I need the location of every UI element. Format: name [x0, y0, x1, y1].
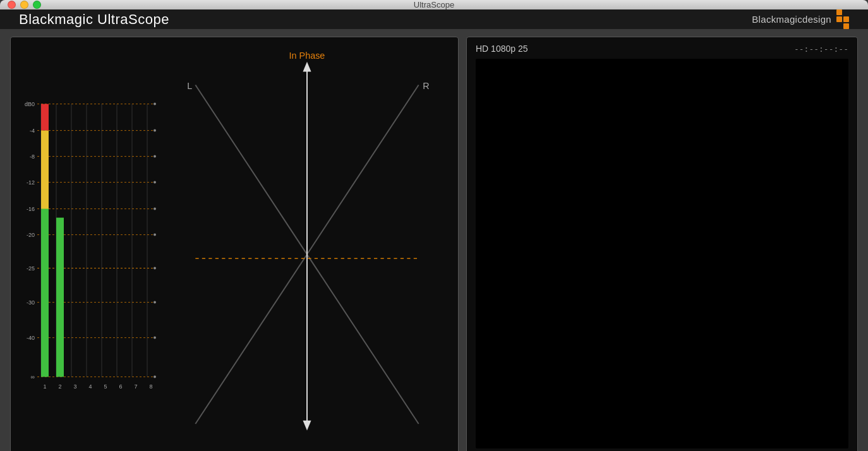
svg-text:6: 6 [119, 383, 122, 390]
main-content: dB0 -4 -8 -12 -16 -20 -25 -30 -40 ∞ [0, 29, 868, 451]
maximize-button[interactable] [33, 1, 41, 9]
app-title: Blackmagic UltraScope [19, 11, 169, 28]
scope-container: dB0 -4 -8 -12 -16 -20 -25 -30 -40 ∞ [10, 37, 459, 451]
svg-text:2: 2 [58, 383, 61, 390]
svg-rect-31 [56, 218, 64, 377]
svg-text:In Phase: In Phase [289, 51, 325, 61]
video-timecode: --:--:--:-- [794, 44, 848, 54]
close-button[interactable] [8, 1, 16, 9]
left-panel: dB0 -4 -8 -12 -16 -20 -25 -30 -40 ∞ [10, 37, 459, 451]
svg-text:L: L [187, 81, 192, 91]
svg-point-44 [154, 208, 156, 210]
bmd-logo-icon [836, 9, 849, 29]
svg-text:-12: -12 [27, 179, 35, 186]
bmd-logo-text: Blackmagicdesign [752, 14, 831, 25]
bmd-sq-3 [836, 16, 842, 22]
svg-text:∞: ∞ [31, 374, 35, 380]
app-header: Blackmagic UltraScope Blackmagicdesign [0, 9, 868, 29]
minimize-button[interactable] [20, 1, 28, 9]
bmd-sq-4 [843, 16, 849, 22]
titlebar-buttons [8, 1, 41, 9]
svg-text:7: 7 [134, 383, 137, 390]
phase-svg: In Phase L R [162, 44, 452, 448]
video-screen [476, 59, 848, 448]
bmd-sq-5 [836, 23, 842, 29]
svg-point-47 [154, 301, 156, 304]
svg-marker-57 [303, 421, 311, 431]
video-container: HD 1080p 25 --:--:--:-- [466, 37, 858, 451]
video-format: HD 1080p 25 [476, 44, 528, 54]
svg-point-49 [154, 376, 156, 378]
svg-point-48 [154, 337, 156, 339]
svg-point-40 [154, 103, 156, 105]
svg-rect-30 [41, 131, 49, 209]
svg-point-42 [154, 155, 156, 158]
svg-text:R: R [423, 81, 429, 91]
vu-meter-svg: dB0 -4 -8 -12 -16 -20 -25 -30 -40 ∞ [17, 44, 156, 448]
svg-text:8: 8 [149, 383, 152, 390]
svg-point-46 [154, 267, 156, 270]
vu-meter-area: dB0 -4 -8 -12 -16 -20 -25 -30 -40 ∞ [17, 44, 162, 448]
svg-text:-8: -8 [30, 153, 35, 160]
svg-marker-56 [303, 62, 311, 72]
bmd-sq-6 [843, 23, 849, 29]
video-header: HD 1080p 25 --:--:--:-- [476, 44, 848, 54]
svg-point-43 [154, 181, 156, 184]
svg-text:-40: -40 [27, 335, 35, 341]
bmd-sq-2 [843, 9, 849, 15]
svg-text:4: 4 [88, 383, 92, 390]
bmd-sq-1 [836, 9, 842, 15]
svg-text:-4: -4 [30, 128, 35, 134]
right-panel: HD 1080p 25 --:--:--:-- COLOR B/W BLUE ⊕ [466, 37, 858, 451]
svg-text:-16: -16 [27, 206, 35, 212]
svg-rect-29 [41, 104, 49, 131]
svg-text:-30: -30 [27, 299, 35, 306]
bmd-logo: Blackmagicdesign [752, 9, 849, 29]
titlebar: UltraScope [0, 0, 868, 9]
svg-point-41 [154, 129, 156, 132]
svg-text:dB0: dB0 [25, 101, 35, 107]
svg-text:1: 1 [43, 383, 46, 390]
svg-text:-20: -20 [27, 232, 35, 238]
phase-area: In Phase L R [162, 44, 452, 448]
svg-text:5: 5 [104, 383, 107, 390]
svg-text:3: 3 [73, 383, 76, 390]
window-title: UltraScope [414, 0, 454, 9]
svg-point-45 [154, 234, 156, 236]
svg-text:-25: -25 [27, 265, 35, 272]
